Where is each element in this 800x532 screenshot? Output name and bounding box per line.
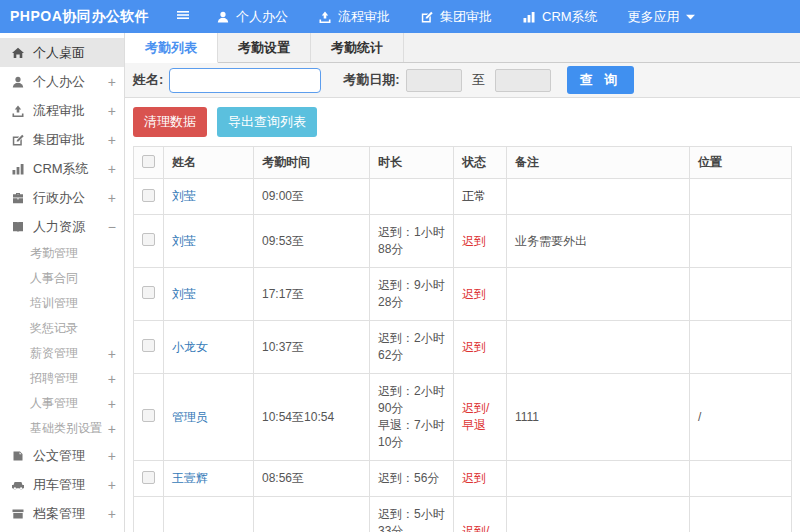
row-checkbox[interactable] bbox=[142, 286, 155, 299]
export-list-button[interactable]: 导出查询列表 bbox=[217, 107, 317, 137]
status-cell: 迟到 bbox=[454, 215, 507, 268]
nav-item-3[interactable]: 集团审批 bbox=[420, 8, 492, 26]
sidebar-item-label: 人力资源 bbox=[33, 218, 108, 236]
row-checkbox[interactable] bbox=[142, 471, 155, 484]
employee-name-link[interactable]: 王壹辉 bbox=[172, 471, 208, 485]
sidebar-item-13[interactable]: 招聘管理+ bbox=[0, 366, 124, 391]
sidebar-item-16[interactable]: 公文管理+ bbox=[0, 441, 124, 470]
sidebar-item-7[interactable]: 人力资源− bbox=[0, 212, 124, 241]
expand-toggle-icon[interactable]: + bbox=[108, 396, 116, 412]
row-checkbox[interactable] bbox=[142, 189, 155, 202]
nav-item-label: 集团审批 bbox=[440, 8, 492, 26]
employee-name-link[interactable]: 小龙女 bbox=[172, 340, 208, 354]
table-row: 王壹辉08:56至迟到：56分迟到 bbox=[134, 461, 792, 497]
column-header: 姓名 bbox=[164, 147, 254, 179]
employee-name-link[interactable]: 刘莹 bbox=[172, 287, 196, 301]
expand-toggle-icon[interactable]: + bbox=[108, 103, 116, 119]
filter-bar: 姓名: 考勤日期: 至 查 询 bbox=[125, 63, 800, 98]
sidebar-item-18[interactable]: 档案管理+ bbox=[0, 499, 124, 528]
note-cell bbox=[507, 497, 690, 532]
status-cell: 迟到/早退 bbox=[454, 374, 507, 461]
attendance-time-cell: 13:20至13:20 bbox=[254, 497, 370, 532]
attendance-table: 姓名考勤时间时长状态备注位置 刘莹09:00至正常刘莹09:53至迟到：1小时8… bbox=[133, 146, 792, 532]
sidebar-item-8[interactable]: 考勤管理 bbox=[0, 241, 124, 266]
sidebar-item-6[interactable]: 行政办公+ bbox=[0, 183, 124, 212]
employee-name-link[interactable]: 刘莹 bbox=[172, 234, 196, 248]
expand-toggle-icon[interactable]: + bbox=[108, 506, 116, 522]
caret-down-icon bbox=[686, 14, 695, 20]
column-header: 状态 bbox=[454, 147, 507, 179]
location-cell bbox=[690, 461, 792, 497]
expand-toggle-icon[interactable]: + bbox=[108, 477, 116, 493]
date-from-input[interactable] bbox=[406, 69, 462, 92]
sidebar-item-label: 人事管理 bbox=[30, 395, 108, 412]
duration-cell: 迟到：2小时90分早退：7小时10分 bbox=[370, 374, 454, 461]
sidebar-item-11[interactable]: 奖惩记录 bbox=[0, 316, 124, 341]
sidebar-item-label: 培训管理 bbox=[30, 295, 116, 312]
nav-item-5[interactable]: 更多应用 bbox=[628, 8, 695, 26]
sidebar-item-19[interactable]: 项目管理+ bbox=[0, 528, 124, 532]
date-label: 考勤日期: bbox=[343, 71, 399, 89]
location-cell bbox=[690, 215, 792, 268]
tab-1[interactable]: 考勤列表 bbox=[125, 33, 218, 63]
sidebar-item-5[interactable]: CRM系统+ bbox=[0, 154, 124, 183]
home-icon bbox=[10, 46, 25, 60]
row-checkbox[interactable] bbox=[142, 233, 155, 246]
column-header: 时长 bbox=[370, 147, 454, 179]
upload-icon bbox=[318, 10, 332, 24]
sidebar-item-label: 个人办公 bbox=[33, 73, 108, 91]
employee-name-link[interactable]: 刘莹 bbox=[172, 189, 196, 203]
sidebar-item-17[interactable]: 用车管理+ bbox=[0, 470, 124, 499]
edit-icon bbox=[420, 10, 434, 24]
sidebar-item-12[interactable]: 薪资管理+ bbox=[0, 341, 124, 366]
nav-item-4[interactable]: CRM系统 bbox=[522, 8, 598, 26]
query-button[interactable]: 查 询 bbox=[567, 66, 635, 94]
tab-2[interactable]: 考勤设置 bbox=[218, 33, 311, 62]
expand-toggle-icon[interactable]: + bbox=[108, 421, 116, 437]
nav-item-1[interactable]: 个人办公 bbox=[216, 8, 288, 26]
nav-item-label: 流程审批 bbox=[338, 8, 390, 26]
clean-data-button[interactable]: 清理数据 bbox=[133, 107, 207, 137]
name-input[interactable] bbox=[169, 68, 321, 93]
car-icon bbox=[10, 478, 25, 492]
sidebar-item-15[interactable]: 基础类别设置+ bbox=[0, 416, 124, 441]
expand-toggle-icon[interactable]: + bbox=[108, 190, 116, 206]
sidebar-item-9[interactable]: 人事合同 bbox=[0, 266, 124, 291]
edit-icon bbox=[10, 133, 25, 147]
sidebar-item-3[interactable]: 流程审批+ bbox=[0, 96, 124, 125]
employee-name-link[interactable]: 管理员 bbox=[172, 410, 208, 424]
expand-toggle-icon[interactable]: + bbox=[108, 132, 116, 148]
expand-toggle-icon[interactable]: + bbox=[108, 371, 116, 387]
sidebar-item-label: 行政办公 bbox=[33, 189, 108, 207]
hamburger-menu-icon[interactable] bbox=[168, 8, 198, 26]
sidebar-item-4[interactable]: 集团审批+ bbox=[0, 125, 124, 154]
upload-icon bbox=[10, 104, 25, 118]
sidebar-item-label: CRM系统 bbox=[33, 160, 108, 178]
row-checkbox[interactable] bbox=[142, 409, 155, 422]
sidebar-item-label: 个人桌面 bbox=[33, 44, 116, 62]
note-cell bbox=[507, 268, 690, 321]
sidebar-item-1[interactable]: 个人桌面 bbox=[0, 38, 124, 67]
sidebar-item-label: 人事合同 bbox=[30, 270, 116, 287]
row-checkbox[interactable] bbox=[142, 339, 155, 352]
status-cell: 迟到 bbox=[454, 268, 507, 321]
top-nav: 个人办公流程审批集团审批CRM系统更多应用 bbox=[216, 8, 695, 26]
sidebar-item-label: 奖惩记录 bbox=[30, 320, 116, 337]
sidebar-item-2[interactable]: 个人办公+ bbox=[0, 67, 124, 96]
tab-3[interactable]: 考勤统计 bbox=[311, 33, 404, 62]
expand-toggle-icon[interactable]: + bbox=[108, 448, 116, 464]
expand-toggle-icon[interactable]: + bbox=[108, 161, 116, 177]
nav-item-2[interactable]: 流程审批 bbox=[318, 8, 390, 26]
duration-cell: 迟到：1小时88分 bbox=[370, 215, 454, 268]
expand-toggle-icon[interactable]: + bbox=[108, 74, 116, 90]
sidebar-item-14[interactable]: 人事管理+ bbox=[0, 391, 124, 416]
date-to-input[interactable] bbox=[495, 69, 551, 92]
tab-bar: 考勤列表考勤设置考勤统计 bbox=[125, 33, 800, 63]
expand-toggle-icon[interactable]: + bbox=[108, 346, 116, 362]
sidebar-item-label: 档案管理 bbox=[33, 505, 108, 523]
status-cell: 迟到/早退 bbox=[454, 497, 507, 532]
duration-cell bbox=[370, 179, 454, 215]
select-all-checkbox[interactable] bbox=[142, 155, 155, 168]
sidebar-item-10[interactable]: 培训管理 bbox=[0, 291, 124, 316]
expand-toggle-icon[interactable]: − bbox=[108, 219, 116, 235]
